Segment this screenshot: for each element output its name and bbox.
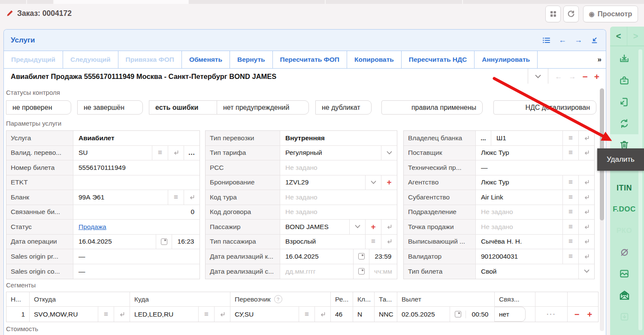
sidebar-import-button[interactable] [610, 306, 638, 327]
field-value[interactable]: Ш1 [491, 131, 562, 145]
field-value[interactable]: Свой [476, 264, 578, 279]
browser-tab[interactable] [27, 0, 54, 4]
date-field[interactable]: дд.мм.гггг [280, 264, 353, 279]
field-value[interactable]: Сычёва Н. Н. [476, 235, 562, 249]
menu-icon[interactable]: ≡ [562, 220, 578, 234]
sidebar-empty-set-button[interactable] [610, 241, 638, 263]
list-icon[interactable] [542, 36, 550, 44]
enter-icon[interactable] [578, 146, 594, 160]
calendar-icon[interactable] [353, 249, 369, 264]
browser-tab-active[interactable] [54, 0, 188, 4]
field-value[interactable]: 9012004031 [476, 249, 562, 264]
ellipsis-button[interactable]: … [184, 146, 200, 160]
menu-icon[interactable]: ≡ [98, 307, 114, 322]
toolbar-button[interactable]: Пересчитать НДС [402, 51, 475, 68]
field-value[interactable]: 99А Э61 [73, 190, 168, 205]
enter-icon[interactable] [578, 235, 594, 249]
toolbar-button[interactable]: Предыдущий [4, 51, 63, 68]
plus-button[interactable]: + [365, 220, 381, 234]
toolbar-button[interactable]: Аннулировать [475, 51, 538, 68]
menu-icon[interactable]: ≡ [562, 249, 578, 264]
toolbar-button[interactable]: Следующий [63, 51, 118, 68]
field-value[interactable]: Продажа [73, 220, 200, 234]
browser-tab[interactable] [189, 0, 326, 4]
time-field[interactable]: 23:59 [369, 249, 397, 264]
field-value[interactable]: Не задано [280, 205, 397, 220]
enter-icon[interactable] [184, 190, 200, 205]
record-next-icon[interactable]: → [568, 72, 576, 81]
field-prefix-button[interactable]: ... [476, 131, 491, 145]
date-field[interactable]: 16.04.2025 [73, 235, 156, 249]
sidebar-save-download-button[interactable] [610, 48, 638, 70]
segment-from-field[interactable]: SVO,MOW,RU [30, 311, 98, 318]
field-value[interactable]: Air Link [476, 190, 562, 205]
enter-icon[interactable] [578, 175, 594, 190]
enter-icon[interactable] [214, 307, 230, 322]
field-value[interactable] [73, 175, 200, 190]
collapse-icon[interactable] [590, 36, 598, 44]
segment-class-field[interactable]: N [353, 307, 375, 322]
field-value[interactable]: — [476, 160, 594, 175]
chevron-down-icon[interactable] [365, 175, 381, 190]
record-prev-icon[interactable]: ← [555, 72, 562, 81]
browser-tab[interactable] [0, 0, 27, 4]
field-value[interactable]: — [73, 264, 200, 279]
sidebar-item-itin[interactable]: ITIN [610, 177, 638, 199]
segment-to-field[interactable]: LED,LED,RU [130, 311, 198, 318]
sidebar-item-f-doc[interactable]: F.DOC [610, 199, 638, 220]
toolbar-more-button[interactable]: » [598, 55, 602, 64]
field-value[interactable]: — [73, 249, 200, 264]
plus-button[interactable]: + [381, 175, 397, 190]
chevron-down-icon[interactable] [349, 220, 365, 234]
segment-fare-field[interactable]: NNC [375, 307, 397, 322]
sidebar-forward-icon[interactable]: > [627, 27, 644, 45]
chevron-down-icon[interactable] [381, 146, 397, 160]
menu-icon[interactable]: ≡ [562, 190, 578, 205]
enter-icon[interactable] [578, 131, 594, 145]
segment-remove-button[interactable]: − [574, 310, 580, 319]
record-remove-button[interactable]: − [582, 72, 587, 81]
toolbar-button[interactable]: Вернуть [230, 51, 273, 68]
enter-icon[interactable] [578, 249, 594, 264]
field-value[interactable]: Люкс Тур [476, 146, 562, 160]
chevron-down-icon[interactable] [578, 264, 594, 279]
view-button[interactable]: ◉ Просмотр [583, 6, 638, 22]
menu-icon[interactable]: ≡ [152, 146, 168, 160]
segment-carrier-field[interactable]: СУ,SU [230, 311, 299, 318]
field-value[interactable]: Авиабилет [73, 131, 200, 145]
enter-icon[interactable] [114, 307, 130, 322]
record-add-button[interactable]: + [594, 72, 599, 81]
help-icon[interactable]: ? [274, 295, 282, 303]
grid-layout-button[interactable] [545, 6, 561, 22]
sidebar-back-icon[interactable]: < [610, 27, 627, 45]
menu-icon[interactable]: ≡ [562, 146, 578, 160]
sidebar-briefcase-button[interactable] [610, 70, 638, 91]
arrow-right-icon[interactable]: → [574, 36, 582, 45]
calendar-icon[interactable] [353, 264, 369, 279]
menu-icon[interactable]: ≡ [562, 205, 578, 220]
calendar-icon[interactable] [450, 307, 466, 322]
toolbar-button[interactable]: Привязка ФОП [118, 51, 182, 68]
field-value[interactable]: BOND JAMES [280, 220, 349, 234]
refresh-button[interactable] [563, 6, 579, 22]
sidebar-export-doc-button[interactable] [610, 91, 638, 113]
time-field[interactable]: чч:мм [369, 264, 397, 279]
enter-icon[interactable] [381, 235, 397, 249]
segment-add-button[interactable]: + [587, 310, 593, 319]
field-value[interactable]: Не задано [476, 205, 562, 220]
toolbar-button[interactable]: Пересчитать ФОП [273, 51, 347, 68]
sidebar-scrollbar[interactable] [638, 49, 642, 330]
segment-depart-date-field[interactable]: 02.05.2025 [397, 311, 450, 318]
enter-icon[interactable] [314, 307, 330, 322]
field-value[interactable]: 0 [73, 205, 200, 220]
field-value[interactable]: Регулярный [280, 146, 381, 160]
date-field[interactable]: 16.04.2025 [280, 249, 353, 264]
field-value[interactable]: Не задано [280, 160, 397, 175]
field-value[interactable]: SU [73, 146, 152, 160]
time-field[interactable]: 16:23 [172, 235, 200, 249]
segment-more-button[interactable]: ··· [535, 311, 567, 318]
field-value[interactable]: Внутренняя [280, 131, 397, 145]
toolbar-button[interactable]: Обменять [182, 51, 230, 68]
field-value[interactable]: 1ZVL29 [280, 175, 365, 190]
enter-icon[interactable] [578, 190, 594, 205]
